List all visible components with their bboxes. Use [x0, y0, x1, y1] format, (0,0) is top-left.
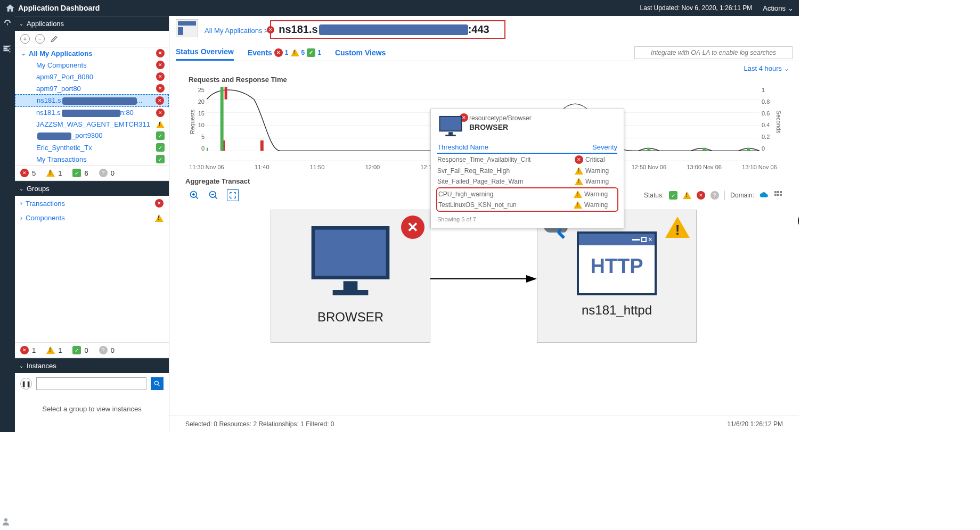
aggregate-title: Aggregate Transact — [185, 177, 250, 185]
last-updated: Last Updated: Nov 6, 2020, 1:26:11 PM — [640, 4, 753, 12]
tooltip-row: CPU_high_warningWarning — [438, 189, 616, 200]
status-badge — [156, 96, 164, 105]
dashboard-icon[interactable] — [3, 18, 12, 28]
sidebar-item[interactable]: My Transactions — [15, 153, 169, 165]
sidebar-item[interactable]: ns181.sn:80 — [15, 107, 169, 119]
tab-status-overview[interactable]: Status Overview — [176, 44, 234, 61]
footer-timestamp: 11/6/20 1:26:12 PM — [727, 420, 783, 428]
svg-rect-20 — [774, 191, 777, 193]
warn-icon[interactable] — [683, 192, 691, 199]
sidebar-item[interactable]: ns181.s... — [15, 94, 169, 107]
crit-icon[interactable] — [697, 191, 705, 200]
svg-rect-35 — [445, 135, 456, 136]
tooltip-resource-name: BROWSER — [469, 123, 532, 131]
instances-panel-header[interactable]: ⌄Instances — [15, 358, 169, 373]
status-legend: Status: Domain: — [644, 191, 783, 200]
zoom-out-button[interactable] — [208, 189, 219, 201]
warn-icon: ! — [664, 216, 691, 239]
sidebar-item[interactable]: apm97_port80 — [15, 82, 169, 94]
group-row[interactable]: ›Transactions — [15, 196, 169, 211]
svg-rect-33 — [439, 117, 461, 131]
tooltip-row: Site_Failed_Page_Rate_WarnWarning — [437, 176, 617, 187]
sidebar-item[interactable]: JAZZSM_WAS_AGENT_EMTCR311 — [15, 119, 169, 130]
threshold-tooltip: resourcetype/Browser BROWSER Threshold N… — [430, 109, 624, 228]
edit-icon[interactable] — [50, 35, 59, 43]
monitor-icon — [305, 221, 396, 301]
tooltip-table-header: Threshold NameSeverity — [437, 143, 617, 154]
log-search-box[interactable]: Integrate with OA-LA to enable log searc… — [634, 46, 793, 59]
domain-cloud-icon[interactable] — [760, 192, 769, 199]
svg-marker-30 — [526, 275, 537, 283]
tune-icon[interactable] — [3, 44, 12, 53]
search-button[interactable] — [151, 377, 164, 390]
sidebar-item[interactable]: Eric_Synthetic_Tx — [15, 142, 169, 153]
svg-rect-26 — [313, 228, 388, 277]
status-badge — [156, 143, 165, 152]
instance-search-input[interactable] — [36, 377, 146, 390]
http-label: HTTP — [579, 255, 655, 278]
svg-rect-17 — [225, 87, 227, 100]
tree-root[interactable]: ⌄All My Applications — [15, 47, 169, 59]
zoom-in-button[interactable] — [189, 189, 200, 201]
warn-icon — [575, 167, 583, 175]
tooltip-row: TestLinuxOS_KSN_not_runWarning — [438, 200, 616, 210]
svg-rect-9 — [260, 140, 264, 151]
status-badge — [156, 84, 165, 93]
groups-counts: 1 1 0 0 — [15, 342, 169, 358]
svg-rect-28 — [333, 290, 369, 295]
svg-point-0 — [154, 381, 158, 385]
group-row[interactable]: ›Components — [15, 211, 169, 225]
groups-list: ›Transactions›Components — [15, 196, 169, 225]
pause-button[interactable]: ❚❚ — [20, 378, 32, 390]
groups-panel-header[interactable]: ⌄Groups — [15, 181, 169, 196]
home-icon[interactable] — [5, 3, 15, 13]
sidebar-item[interactable]: apm97_Port_8080 — [15, 71, 169, 82]
topology-node-browser[interactable]: ✕ BROWSER — [271, 210, 430, 343]
ok-icon — [72, 346, 81, 354]
status-badge — [156, 121, 165, 128]
app-thumbnail — [176, 19, 198, 37]
warn-icon — [46, 346, 55, 354]
unk-icon[interactable] — [709, 189, 721, 202]
svg-rect-24 — [777, 194, 779, 196]
y-axis-right: Seconds10.80.60.40.20 — [760, 87, 783, 161]
x-tick: 12:50 Nov 06 — [632, 164, 666, 170]
applications-counts: 5 1 6 0 — [15, 165, 169, 181]
svg-rect-23 — [774, 194, 777, 196]
svg-rect-22 — [780, 191, 782, 193]
sidebar-item[interactable]: My Components — [15, 59, 169, 71]
svg-rect-14 — [703, 148, 706, 151]
status-badge — [155, 214, 164, 222]
domain-grid-icon[interactable] — [774, 191, 783, 200]
breadcrumb[interactable]: All My Applications > — [205, 27, 268, 35]
footer-selection: Selected: 0 Resources: 2 Relationships: … — [185, 420, 334, 428]
fit-button[interactable] — [227, 189, 239, 201]
instances-empty-msg: Select a group to view instances — [20, 390, 164, 428]
tooltip-highlight-box: CPU_high_warningWarningTestLinuxOS_KSN_n… — [436, 187, 618, 212]
x-tick: 11:50 — [310, 164, 325, 170]
node-label: ns181_httpd — [537, 303, 696, 318]
applications-panel-header[interactable]: ⌄Applications — [15, 16, 169, 31]
crit-icon — [267, 26, 274, 34]
topbar: Application Dashboard Last Updated: Nov … — [0, 0, 799, 16]
svg-text:!: ! — [675, 222, 680, 238]
remove-button[interactable]: − — [35, 34, 45, 44]
time-range-select[interactable]: Last 4 hours — [744, 64, 789, 72]
status-badge — [156, 49, 165, 57]
monitor-icon — [437, 114, 464, 138]
actions-menu[interactable]: Actions⌄ — [763, 4, 794, 12]
tab-events[interactable]: Events 1 5 1 — [248, 45, 321, 60]
ok-icon[interactable] — [669, 191, 677, 200]
topology[interactable]: ✕ BROWSER ! × HTTP ns181_httpd — [185, 210, 783, 353]
tab-custom-views[interactable]: Custom Views — [335, 45, 386, 60]
sidebar-item[interactable]: _port9300 — [15, 130, 169, 142]
warn-icon — [574, 201, 582, 209]
svg-rect-27 — [344, 281, 358, 290]
tooltip-row: Response_Time_Availability_CritCritical — [437, 154, 617, 165]
topology-node-httpd[interactable]: ! × HTTP ns181_httpd — [537, 210, 697, 343]
add-button[interactable]: + — [20, 34, 30, 44]
topology-edge — [430, 274, 537, 284]
main-content: All My Applications > ns181.s:443 Status… — [169, 16, 799, 432]
crit-icon — [20, 346, 29, 354]
status-badge — [156, 131, 165, 140]
